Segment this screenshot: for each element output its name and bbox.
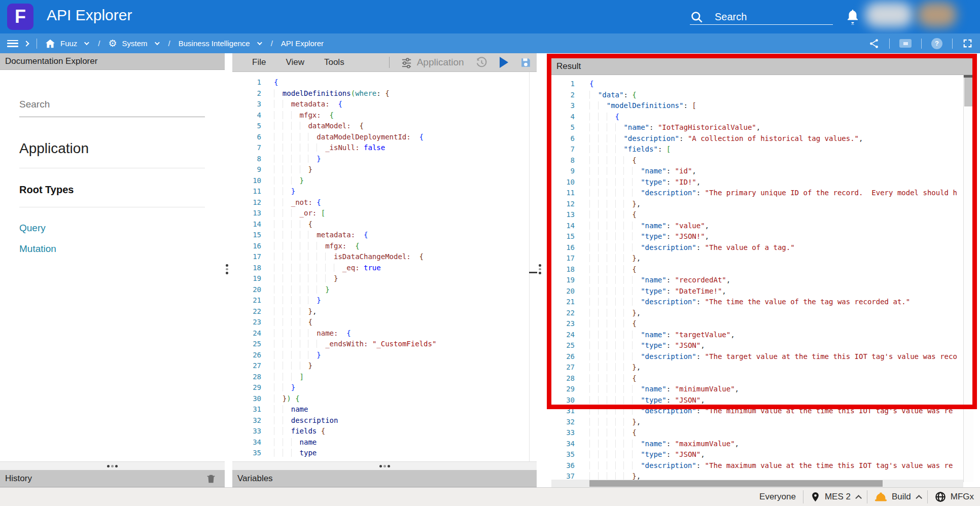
code-line: 34 name <box>232 437 537 448</box>
splitter-dash[interactable] <box>529 272 537 273</box>
code-line: 12 }, <box>551 199 963 210</box>
app-bar: F API Explorer Search <box>0 0 980 33</box>
code-line: 18 _eq: true <box>232 263 537 274</box>
code-line: 35 type <box>232 448 537 459</box>
code-line: 6 "description": "A collection of histor… <box>551 133 963 144</box>
code-line: 6 dataModelDeploymentId: { <box>232 132 537 143</box>
doc-search-input[interactable]: Search <box>19 99 205 117</box>
brand-selector[interactable]: MFGx <box>935 491 974 502</box>
chevron-down-icon[interactable] <box>155 40 160 45</box>
code-line: 3 metadata: { <box>232 99 537 110</box>
variables-panel-resize-handle[interactable] <box>232 461 537 470</box>
share-icon[interactable] <box>868 38 880 49</box>
result-vertical-scrollbar[interactable] <box>963 75 973 482</box>
code-line: 29 } <box>232 382 537 393</box>
brand-label: MFGx <box>951 492 974 502</box>
code-line: 21 } <box>232 295 537 306</box>
code-line: 36 "description": "The maximum value at … <box>551 460 963 472</box>
variables-title: Variables <box>237 474 273 484</box>
chevron-down-icon[interactable] <box>257 40 262 45</box>
editor-scrollbar[interactable] <box>529 72 530 461</box>
breadcrumb-item-system[interactable]: System <box>122 39 148 48</box>
expand-chevron-icon[interactable] <box>23 41 29 46</box>
breadcrumb-item-business-intelligence[interactable]: Business Intelligence <box>179 39 250 48</box>
doc-link-mutation[interactable]: Mutation <box>19 243 205 255</box>
status-bar: Everyone MES 2 Build MFGx <box>0 487 980 506</box>
code-line: 22 }, <box>232 306 537 317</box>
site-selector[interactable]: MES 2 <box>811 491 860 503</box>
run-query-button[interactable] <box>500 57 508 68</box>
chevron-down-icon[interactable] <box>84 40 89 45</box>
menu-file[interactable]: File <box>252 57 266 67</box>
breadcrumb-item-api-explorer: API Explorer <box>281 39 324 48</box>
code-line: 11 } <box>232 186 537 197</box>
menu-view[interactable]: View <box>286 57 304 67</box>
scrollbar-thumb[interactable] <box>964 78 973 106</box>
history-panel-resize-handle[interactable] <box>0 461 225 470</box>
code-line: 33 { <box>551 427 963 439</box>
code-line: 10 "type": "ID!", <box>551 177 963 188</box>
code-line: 33 fields { <box>232 426 537 437</box>
documentation-explorer-header: Documentation Explorer <box>0 53 225 70</box>
breadcrumb-item-fuuz[interactable]: Fuuz <box>60 39 77 48</box>
left-splitter-handle[interactable] <box>226 264 228 274</box>
gear-icon[interactable]: ⚙ <box>109 39 117 48</box>
code-line: 18 { <box>551 264 963 275</box>
scope-label: Everyone <box>759 492 796 502</box>
code-line: 24 name: { <box>232 328 537 339</box>
editor-toolbar: File View Tools Application <box>232 53 537 72</box>
result-horizontal-scrollbar[interactable] <box>551 480 963 487</box>
global-search[interactable]: Search <box>690 0 747 33</box>
code-line: 30 "type": "JSON", <box>551 395 963 406</box>
code-line: 23 { <box>232 317 537 328</box>
scope-selector[interactable]: Everyone <box>759 492 796 502</box>
code-line: 34 "name": "maximumValue", <box>551 439 963 450</box>
history-button[interactable] <box>475 56 487 68</box>
code-line: 28 { <box>551 373 963 384</box>
doc-heading-application: Application <box>19 140 205 157</box>
site-label: MES 2 <box>825 492 851 502</box>
code-line: 30 }) { <box>232 393 537 405</box>
save-button[interactable] <box>519 56 532 69</box>
code-line: 14 { <box>232 219 537 230</box>
fuuz-logo-icon[interactable]: F <box>7 4 33 30</box>
application-button[interactable]: Application <box>401 57 464 68</box>
code-line: 7 _isNull: false <box>232 142 537 154</box>
screen-share-icon[interactable] <box>899 39 912 48</box>
blurred-user-name <box>865 2 913 27</box>
scrollbar-thumb[interactable] <box>589 480 883 487</box>
environment-selector[interactable]: Build <box>874 492 920 502</box>
search-underline <box>690 24 833 25</box>
search-input[interactable]: Search <box>715 11 747 23</box>
code-line: 26 } <box>232 350 537 361</box>
tune-icon <box>401 57 412 68</box>
divider <box>19 207 205 207</box>
code-line: 15 "type": "JSON!", <box>551 231 963 242</box>
code-line: 20 } <box>232 284 537 296</box>
menu-hamburger-icon[interactable] <box>7 40 18 47</box>
blurred-avatar[interactable] <box>917 2 957 27</box>
code-line: 5 dataModel: { <box>232 121 537 132</box>
fullscreen-icon[interactable] <box>962 38 973 49</box>
application-button-label: Application <box>417 57 464 68</box>
result-header: Result <box>551 58 973 75</box>
trash-icon[interactable] <box>205 473 217 485</box>
code-line: 1{ <box>551 79 963 90</box>
menu-tools[interactable]: Tools <box>324 57 344 67</box>
notifications-bell-icon[interactable] <box>845 8 860 27</box>
location-pin-icon <box>811 491 820 503</box>
code-line: 15 metadata: { <box>232 230 537 241</box>
query-code-editor[interactable]: 1{2 modelDefinitions(where: {3 metadata:… <box>232 72 537 461</box>
code-line: 3 "modelDefinitions": [ <box>551 100 963 112</box>
code-line: 24 "name": "targetValue", <box>551 330 963 341</box>
page-title: API Explorer <box>47 7 132 24</box>
help-icon[interactable]: ? <box>931 38 942 49</box>
home-icon[interactable] <box>45 39 55 48</box>
code-line: 35 "type": "JSON", <box>551 449 963 460</box>
code-line: 8 } <box>232 154 537 165</box>
result-code-viewer[interactable]: 1{2 "data": {3 "modelDefinitions": [4 {5… <box>551 75 963 487</box>
code-line: 17 }, <box>551 253 963 264</box>
result-splitter-handle[interactable] <box>539 264 541 274</box>
doc-link-query[interactable]: Query <box>19 223 205 234</box>
history-icon <box>475 56 487 68</box>
